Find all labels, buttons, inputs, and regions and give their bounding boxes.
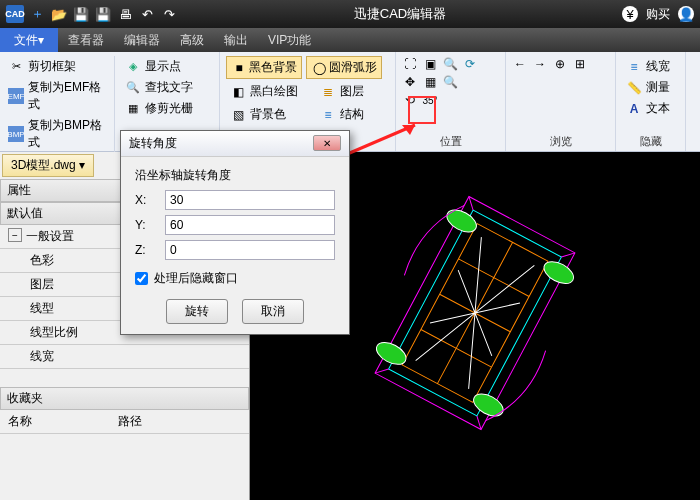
title-bar: CAD ＋ 📂 💾 💾 🖶 ↶ ↷ 迅捷CAD编辑器 ¥ 购买 👤 [0,0,700,28]
new-icon[interactable]: ＋ [28,5,46,23]
output-menu[interactable]: 输出 [214,28,258,52]
app-logo-icon: CAD [6,5,24,23]
blackbg-icon: ■ [231,60,247,76]
trim-raster-button[interactable]: ▦修剪光栅 [121,98,197,119]
advanced-menu[interactable]: 高级 [170,28,214,52]
hide-after-checkbox[interactable] [135,272,148,285]
collapse-icon[interactable]: − [8,228,22,242]
file-tab-3dmodel[interactable]: 3D模型.dwg ▾ [2,154,94,177]
user-icon[interactable]: 👤 [678,6,694,22]
show-points-button[interactable]: ◈显示点 [121,56,197,77]
lweight-row[interactable]: 线宽 [0,345,249,369]
black-bg-toggle[interactable]: ■黑色背景 [226,56,302,79]
layer-icon: ≣ [320,84,336,100]
viewer-menu[interactable]: 查看器 [58,28,114,52]
print-icon[interactable]: 🖶 [116,5,134,23]
point-icon: ◈ [125,59,141,75]
undo-icon[interactable]: ↶ [138,5,156,23]
redo-icon[interactable]: ↷ [160,5,178,23]
struct-button[interactable]: ≡结构 [316,104,368,125]
copy-emf-button[interactable]: EMF复制为EMF格式 [4,77,114,115]
ribbon: ✂剪切框架 EMF复制为EMF格式 BMP复制为BMP格式 ◈显示点 🔍查找文字… [0,52,700,152]
rotate-button[interactable]: 旋转 [166,299,228,324]
highlight-box [408,96,436,124]
file-menu[interactable]: 文件 ▾ [0,28,58,52]
smooth-arc-toggle[interactable]: ◯圆滑弧形 [306,56,382,79]
trim-icon: ▦ [125,101,141,117]
zoom-in-icon[interactable]: 🔍 [442,56,458,72]
zoom-ext-icon[interactable]: ⛶ [402,56,418,72]
wireframe-model-icon [317,147,633,480]
bgcolor-icon: ▧ [230,107,246,123]
svg-line-5 [472,416,486,430]
svg-line-2 [464,197,478,211]
group-browse-label: 浏览 [506,134,615,149]
app-title: 迅捷CAD编辑器 [178,5,622,23]
rotate-angle-dialog: 旋转角度 ✕ 沿坐标轴旋转角度 X: Y: Z: 处理后隐藏窗口 旋转 取消 [120,130,350,335]
text-button[interactable]: A文本 [622,98,679,119]
group-hide-label: 隐藏 [616,134,685,149]
purchase-link[interactable]: 购买 [646,6,670,23]
menu-bar: 文件 ▾ 查看器 编辑器 高级 输出 VIP功能 [0,28,700,52]
svg-line-4 [375,364,389,378]
linew-icon: ≡ [626,59,642,75]
currency-icon[interactable]: ¥ [622,6,638,22]
zoom-out-icon[interactable]: 🔍 [442,74,458,90]
nav-right-icon[interactable]: → [532,56,548,72]
y-input[interactable] [165,215,335,235]
svg-line-3 [561,248,575,262]
layer-button[interactable]: ≣图层 [316,81,368,102]
bmp-icon: BMP [8,126,24,142]
editor-menu[interactable]: 编辑器 [114,28,170,52]
measure-button[interactable]: 📏测量 [622,77,679,98]
group-position-label: 位置 [396,134,505,149]
arc-icon: ◯ [311,60,327,76]
zoom-win-icon[interactable]: ▣ [422,56,438,72]
z-input[interactable] [165,240,335,260]
bw-icon: ◧ [230,84,246,100]
zoom-sel-icon[interactable]: ▦ [422,74,438,90]
saveall-icon[interactable]: 💾 [94,5,112,23]
col-name: 名称 [8,413,118,430]
hide-after-label: 处理后隐藏窗口 [154,270,238,287]
open-icon[interactable]: 📂 [50,5,68,23]
struct-icon: ≡ [320,107,336,123]
copy-bmp-button[interactable]: BMP复制为BMP格式 [4,115,114,153]
col-path: 路径 [118,413,142,430]
clip-frame-button[interactable]: ✂剪切框架 [4,56,114,77]
text-icon: A [626,101,642,117]
linewidth-button[interactable]: ≡线宽 [622,56,679,77]
y-label: Y: [135,218,165,232]
x-input[interactable] [165,190,335,210]
bg-color-button[interactable]: ▧背景色 [226,104,290,125]
emf-icon: EMF [8,88,24,104]
pan-icon[interactable]: ✥ [402,74,418,90]
favorites-header[interactable]: 收藏夹 [0,387,249,410]
dialog-title: 旋转角度 [129,135,177,152]
close-icon[interactable]: ✕ [313,135,341,151]
nav-reset-icon[interactable]: ⊕ [552,56,568,72]
z-label: Z: [135,243,165,257]
scissors-icon: ✂ [8,59,24,75]
nav-more-icon[interactable]: ⊞ [572,56,588,72]
search-icon: 🔍 [125,80,141,96]
save-icon[interactable]: 💾 [72,5,90,23]
fav-columns: 名称 路径 [0,410,249,434]
measure-icon: 📏 [626,80,642,96]
x-label: X: [135,193,165,207]
dialog-subtitle: 沿坐标轴旋转角度 [135,167,335,184]
refresh-icon[interactable]: ⟳ [462,56,478,72]
find-text-button[interactable]: 🔍查找文字 [121,77,197,98]
nav-left-icon[interactable]: ← [512,56,528,72]
cancel-button[interactable]: 取消 [242,299,304,324]
bw-draw-button[interactable]: ◧黑白绘图 [226,81,302,102]
vip-menu[interactable]: VIP功能 [258,28,321,52]
